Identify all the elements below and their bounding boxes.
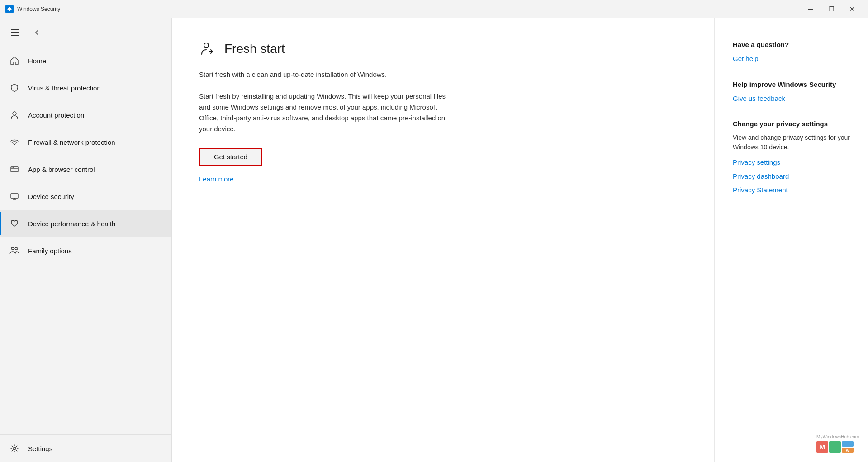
home-icon	[9, 55, 20, 66]
svg-point-6	[13, 167, 14, 168]
wifi-icon	[9, 137, 20, 148]
svg-point-2	[14, 144, 15, 145]
shield-icon	[9, 82, 20, 93]
sidebar-item-family[interactable]: Family options	[0, 237, 171, 264]
get-help-link[interactable]: Get help	[733, 54, 850, 64]
get-started-button[interactable]: Get started	[199, 148, 262, 166]
page-header: Fresh start	[199, 41, 687, 57]
app-body: Home Virus & threat protection Account p…	[0, 18, 868, 462]
family-icon	[9, 245, 20, 256]
sidebar-item-device-security[interactable]: Device security	[0, 183, 171, 210]
svg-point-5	[12, 167, 13, 168]
sidebar-item-home[interactable]: Home	[0, 47, 171, 74]
sidebar-item-device-security-label: Device security	[28, 193, 74, 200]
sidebar-item-account-label: Account protection	[28, 111, 84, 119]
sidebar-item-app-browser[interactable]: App & browser control	[0, 156, 171, 183]
privacy-text: View and change privacy settings for you…	[733, 133, 850, 152]
right-section-improve: Help improve Windows Security Give us fe…	[733, 81, 850, 104]
sidebar-item-account[interactable]: Account protection	[0, 101, 171, 129]
svg-point-10	[11, 247, 14, 250]
svg-point-13	[204, 43, 209, 48]
page-subtitle: Start fresh with a clean and up-to-date …	[199, 70, 687, 80]
right-panel: Have a question? Get help Help improve W…	[714, 18, 868, 462]
minimize-button[interactable]: ─	[800, 0, 821, 18]
gear-icon	[9, 443, 20, 454]
settings-label: Settings	[28, 445, 52, 452]
sidebar-item-home-label: Home	[28, 57, 46, 65]
person-icon	[9, 110, 20, 120]
window-controls: ─ ❐ ✕	[800, 0, 863, 18]
sidebar-top	[0, 22, 171, 43]
svg-rect-7	[11, 194, 18, 198]
privacy-title: Change your privacy settings	[733, 120, 850, 128]
browser-icon	[9, 164, 20, 175]
hamburger-button[interactable]	[7, 26, 23, 39]
sidebar-item-family-label: Family options	[28, 247, 72, 255]
back-button[interactable]	[30, 25, 44, 40]
svg-point-12	[13, 447, 16, 450]
back-icon	[33, 29, 41, 36]
app-icon	[5, 5, 14, 13]
feedback-link[interactable]: Give us feedback	[733, 94, 850, 104]
svg-point-1	[13, 112, 16, 115]
page-title: Fresh start	[224, 42, 285, 56]
privacy-dashboard-link[interactable]: Privacy dashboard	[733, 171, 850, 182]
main-content: Fresh start Start fresh with a clean and…	[172, 18, 714, 462]
titlebar: Windows Security ─ ❐ ✕	[0, 0, 868, 18]
right-section-help: Have a question? Get help	[733, 41, 850, 64]
sidebar: Home Virus & threat protection Account p…	[0, 18, 172, 462]
svg-point-11	[15, 247, 18, 250]
right-section-privacy: Change your privacy settings View and ch…	[733, 120, 850, 195]
sidebar-item-device-health[interactable]: Device performance & health	[0, 210, 171, 237]
have-question-title: Have a question?	[733, 41, 850, 48]
fresh-start-icon	[199, 41, 215, 57]
sidebar-item-firewall[interactable]: Firewall & network protection	[0, 129, 171, 156]
privacy-statement-link[interactable]: Privacy Statement	[733, 185, 850, 195]
improve-title: Help improve Windows Security	[733, 81, 850, 88]
sidebar-bottom: Settings	[0, 434, 171, 462]
sidebar-item-device-health-label: Device performance & health	[28, 220, 115, 228]
window-title: Windows Security	[17, 6, 800, 12]
privacy-settings-link[interactable]: Privacy settings	[733, 157, 850, 168]
sidebar-item-app-browser-label: App & browser control	[28, 166, 95, 173]
page-description: Start fresh by reinstalling and updating…	[199, 91, 452, 134]
sidebar-item-virus[interactable]: Virus & threat protection	[0, 74, 171, 101]
close-button[interactable]: ✕	[842, 0, 863, 18]
sidebar-item-firewall-label: Firewall & network protection	[28, 138, 115, 146]
sidebar-item-virus-label: Virus & threat protection	[28, 84, 101, 92]
learn-more-link[interactable]: Learn more	[199, 175, 687, 183]
sidebar-item-settings[interactable]: Settings	[0, 435, 171, 462]
device-icon	[9, 191, 20, 202]
maximize-button[interactable]: ❐	[821, 0, 842, 18]
heart-icon	[9, 218, 20, 229]
